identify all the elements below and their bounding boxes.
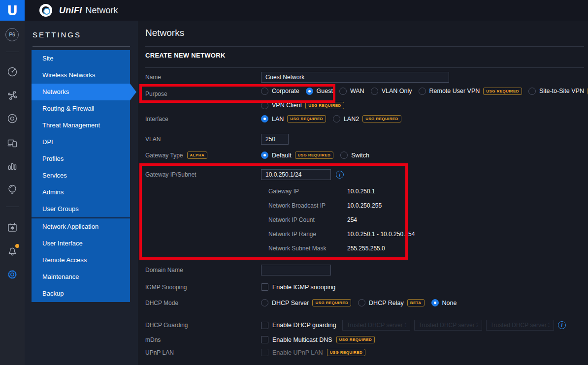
settings-gear-icon[interactable] (6, 269, 18, 280)
topology-icon[interactable] (6, 90, 18, 101)
field-row-domain-name: Domain Name (145, 265, 584, 275)
brand-unifi: UniFi (59, 5, 82, 16)
sidebar-item-network-application[interactable]: Network Application (32, 218, 130, 235)
sidebar-item-user-interface[interactable]: User Interface (32, 235, 130, 252)
sidebar-item-site[interactable]: Site (32, 50, 130, 67)
purpose-label: Purpose (145, 91, 167, 97)
igmp-checkbox-label: Enable IGMP snooping (272, 284, 335, 291)
purpose-option-wan[interactable]: WAN (339, 88, 364, 95)
sidebar-item-wireless-networks[interactable]: Wireless Networks (32, 67, 130, 84)
usg-required-badge: USG REQUIRED (336, 336, 375, 343)
field-row-interface: Interface LANUSG REQUIRED LAN2USG REQUIR… (145, 115, 584, 122)
trusted-dhcp-server-2-input[interactable] (414, 320, 482, 331)
usg-required-badge: USG REQUIRED (327, 349, 366, 356)
radio-dhcp-none[interactable] (431, 299, 439, 306)
domain-name-input[interactable] (261, 265, 331, 275)
settings-sidebar: SETTINGS Site Wireless Networks Networks… (25, 21, 138, 365)
gateway-type-option-switch[interactable]: Switch (340, 152, 369, 159)
usg-required-badge: USG REQUIRED (362, 115, 401, 122)
field-row-igmp: IGMP Snooping Enable IGMP snooping (145, 283, 584, 291)
info-icon[interactable]: i (336, 171, 344, 179)
radio-site-to-site-vpn[interactable] (528, 88, 536, 95)
mdns-checkbox[interactable] (261, 336, 268, 343)
brand-network: Network (86, 5, 118, 16)
sidebar-item-dpi[interactable]: DPI (32, 134, 130, 151)
radio-lan[interactable] (261, 115, 268, 122)
sidebar-item-remote-access[interactable]: Remote Access (32, 252, 130, 269)
mdns-checkbox-label: Enable Multicast DNS (272, 336, 332, 343)
dhcp-mode-option-none[interactable]: None (431, 299, 457, 306)
clients-icon[interactable] (6, 137, 18, 149)
radio-dhcp-relay[interactable] (358, 299, 365, 306)
radio-vlan-only[interactable] (371, 88, 378, 95)
site-avatar[interactable]: P6 (5, 28, 19, 41)
radio-default[interactable] (261, 152, 268, 159)
events-calendar-icon[interactable] (6, 221, 18, 233)
settings-title: SETTINGS (33, 30, 81, 39)
dashboard-icon[interactable] (6, 66, 18, 78)
vlan-input[interactable] (261, 134, 289, 145)
usg-required-badge: USG REQUIRED (295, 152, 334, 159)
sidebar-item-routing-firewall[interactable]: Routing & Firewall (32, 100, 130, 117)
insights-icon[interactable] (6, 183, 18, 195)
radio-switch[interactable] (340, 152, 348, 159)
field-row-gateway-type: Gateway Type ALPHA DefaultUSG REQUIRED S… (145, 152, 584, 159)
settings-menu: Site Wireless Networks Networks Routing … (32, 50, 130, 302)
controller-device-icon (39, 4, 52, 17)
purpose-option-corporate[interactable]: Corporate (261, 88, 299, 95)
sidebar-item-maintenance[interactable]: Maintenance (32, 269, 130, 285)
purpose-option-vlan-only[interactable]: VLAN Only (371, 88, 412, 95)
interface-option-lan2[interactable]: LAN2USG REQUIRED (333, 115, 401, 122)
name-input[interactable] (261, 72, 449, 83)
dhcp-mode-option-relay[interactable]: DHCP RelayBETA (358, 299, 424, 306)
icon-rail: P6 (0, 21, 25, 365)
rail-divider (6, 52, 19, 52)
purpose-option-vpn-client[interactable]: VPN ClientUSG REQUIRED (261, 102, 344, 109)
gateway-ip-input[interactable] (261, 169, 331, 180)
statistics-icon[interactable] (6, 160, 18, 172)
divider (33, 46, 130, 47)
radio-dhcp-server[interactable] (261, 299, 268, 306)
upnp-checkbox[interactable] (261, 349, 268, 356)
page-title: Networks (145, 28, 184, 38)
top-bar: U UniFi Network (0, 0, 588, 21)
radio-lan2[interactable] (333, 115, 340, 122)
rail-divider (6, 207, 19, 207)
field-row-dhcp-mode: DHCP Mode DHCP ServerUSG REQUIRED DHCP R… (145, 299, 584, 306)
igmp-checkbox[interactable] (261, 283, 268, 291)
usg-required-badge: USG REQUIRED (287, 115, 326, 122)
radio-vpn-client[interactable] (261, 102, 268, 109)
radio-corporate[interactable] (261, 88, 268, 95)
sidebar-item-services[interactable]: Services (32, 167, 130, 184)
ubiquiti-logo[interactable]: U (0, 0, 25, 21)
section-title: CREATE NEW NETWORK (145, 52, 226, 59)
dhcp-guarding-checkbox[interactable] (261, 322, 268, 329)
purpose-option-guest[interactable]: Guest (306, 88, 333, 95)
devices-icon[interactable] (6, 113, 18, 124)
field-row-purpose: Purpose Corporate Guest WAN VLAN Only Re… (145, 86, 584, 110)
sidebar-item-admins[interactable]: Admins (32, 184, 130, 201)
sidebar-item-profiles[interactable]: Profiles (32, 151, 130, 167)
radio-guest[interactable] (306, 88, 313, 95)
usg-required-badge: USG REQUIRED (483, 88, 522, 95)
summary-broadcast-ip: Network Broadcast IP 10.0.250.255 (268, 202, 382, 209)
field-row-mdns: mDns Enable Multicast DNS USG REQUIRED (145, 336, 584, 343)
dhcp-mode-option-server[interactable]: DHCP ServerUSG REQUIRED (261, 299, 351, 306)
igmp-label: IGMP Snooping (145, 284, 187, 291)
radio-wan[interactable] (339, 88, 347, 95)
trusted-dhcp-server-3-input[interactable] (486, 320, 554, 331)
gateway-type-option-default[interactable]: DefaultUSG REQUIRED (261, 152, 333, 159)
alerts-bell-icon[interactable] (6, 245, 18, 257)
sidebar-item-user-groups[interactable]: User Groups (32, 201, 130, 217)
summary-ip-count: Network IP Count 254 (268, 216, 357, 223)
info-icon[interactable]: i (558, 321, 566, 329)
trusted-dhcp-server-1-input[interactable] (342, 320, 410, 331)
purpose-option-site-to-site-vpn[interactable]: Site-to-Site VPNUSG REQUIRED (528, 88, 588, 95)
sidebar-item-threat-management[interactable]: Threat Management (32, 117, 130, 134)
purpose-option-remote-user-vpn[interactable]: Remote User VPNUSG REQUIRED (419, 88, 522, 95)
sidebar-item-backup[interactable]: Backup (32, 285, 130, 302)
summary-ip-range: Network IP Range 10.0.250.1 - 10.0.250.2… (268, 231, 415, 238)
sidebar-item-networks[interactable]: Networks (32, 84, 130, 100)
interface-option-lan[interactable]: LANUSG REQUIRED (261, 115, 326, 122)
radio-remote-user-vpn[interactable] (419, 88, 426, 95)
